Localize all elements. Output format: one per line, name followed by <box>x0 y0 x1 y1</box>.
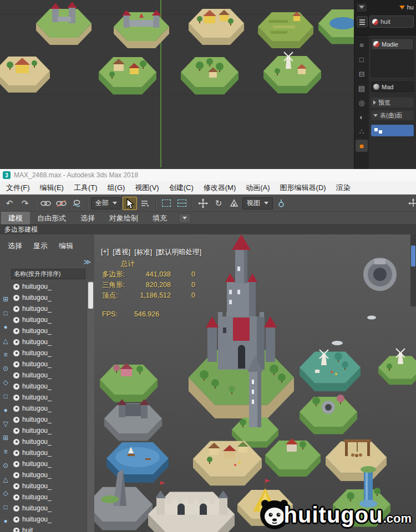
object-list-item[interactable]: huitugou_ <box>11 370 87 381</box>
visibility-eye-icon[interactable] <box>13 417 19 423</box>
explorer-menu-item[interactable]: 编辑 <box>53 241 79 251</box>
explorer-tool-icon[interactable] <box>0 306 11 320</box>
visibility-eye-icon[interactable] <box>13 472 19 478</box>
object-list-item[interactable]: huitugou_ <box>11 392 87 403</box>
explorer-tool-icon[interactable] <box>0 389 11 403</box>
menu-item[interactable]: 工具(T) <box>69 181 103 194</box>
undo-icon[interactable] <box>2 197 17 210</box>
menu-item[interactable]: 创建(C) <box>164 181 199 194</box>
visibility-eye-icon[interactable] <box>13 317 19 323</box>
select-and-move-icon[interactable] <box>196 197 210 210</box>
outliner-filter-icon[interactable] <box>357 3 367 12</box>
particles-props-icon[interactable] <box>356 125 368 137</box>
explorer-tool-icon[interactable] <box>0 417 11 431</box>
explorer-tool-icon[interactable] <box>0 320 11 334</box>
menu-item[interactable]: 视图(V) <box>130 181 164 194</box>
select-object-button[interactable] <box>123 197 137 210</box>
object-list-item[interactable]: huitugou_ <box>11 492 87 503</box>
visibility-eye-icon[interactable] <box>13 295 19 301</box>
visibility-eye-icon[interactable] <box>13 395 19 401</box>
object-list-item[interactable]: huitugou_ <box>11 314 87 325</box>
preview-section-header[interactable]: 预览 <box>371 98 414 108</box>
explorer-tool-icon[interactable] <box>0 431 11 444</box>
visibility-eye-icon[interactable] <box>13 383 19 390</box>
ribbon-tab[interactable]: 选择 <box>73 212 102 224</box>
object-list-item[interactable]: huitugou_ <box>11 381 87 392</box>
object-list-item[interactable]: huit <box>11 525 87 532</box>
output-props-icon[interactable] <box>356 68 368 80</box>
render-props-icon[interactable] <box>356 53 368 65</box>
object-list-item[interactable]: huitugou_ <box>11 458 87 469</box>
object-list-item[interactable]: huitugou_ <box>11 336 87 347</box>
scrollbar-thumb[interactable] <box>411 245 415 267</box>
perspective-viewport[interactable]: [+][透视][标准][默认明暗处理] 总计 多边形: 441,038 0 <box>94 234 416 532</box>
scene-props-icon[interactable] <box>356 96 368 109</box>
object-list-item[interactable]: huitugou_ <box>11 359 87 370</box>
use-nodes-button[interactable] <box>371 125 414 136</box>
object-list-item[interactable]: huitugou_ <box>11 514 87 525</box>
object-list-item[interactable]: huitugou_ <box>11 503 87 514</box>
explorer-scrollbar[interactable] <box>87 281 94 532</box>
object-list-item[interactable]: huitugou_ <box>11 292 87 303</box>
ribbon-tab[interactable]: 对象绘制 <box>102 212 145 224</box>
redo-icon[interactable] <box>18 197 32 210</box>
explorer-tool-icon[interactable] <box>0 334 11 347</box>
visibility-eye-icon[interactable] <box>13 328 19 334</box>
unlink-selection-icon[interactable] <box>54 197 69 210</box>
viewport-label-segment[interactable]: [+] <box>101 248 109 257</box>
object-list-item[interactable]: huitugou_ <box>11 414 87 425</box>
explorer-menu-item[interactable]: 选择 <box>2 241 28 251</box>
explorer-tool-icon[interactable] <box>0 472 11 486</box>
visibility-eye-icon[interactable] <box>13 406 19 412</box>
menu-item[interactable]: 编辑(E) <box>35 181 69 194</box>
select-and-scale-icon[interactable] <box>227 197 241 210</box>
visibility-eye-icon[interactable] <box>13 339 19 345</box>
viewport-label-segment[interactable]: [默认明暗处理] <box>156 248 201 257</box>
select-by-name-icon[interactable] <box>138 197 153 210</box>
visibility-eye-icon[interactable] <box>13 505 19 511</box>
explorer-tool-icon[interactable] <box>0 444 11 458</box>
blender-viewport-scene[interactable] <box>0 0 355 169</box>
material-slot-list[interactable]: Madie <box>371 38 414 77</box>
explorer-tool-icon[interactable] <box>0 375 11 389</box>
visibility-eye-icon[interactable] <box>13 494 19 500</box>
visibility-eye-icon[interactable] <box>13 428 19 434</box>
menu-item[interactable]: 组(G) <box>103 181 130 194</box>
explorer-tool-icon[interactable] <box>0 514 11 528</box>
surface-section-header[interactable]: 表(曲)面 <box>371 110 414 120</box>
object-props-icon[interactable] <box>356 140 368 152</box>
select-and-link-icon[interactable] <box>39 197 53 210</box>
select-and-manipulate-icon[interactable] <box>406 197 416 210</box>
command-panel-scrollbar[interactable] <box>410 234 416 306</box>
material-slot[interactable]: Madie <box>372 39 413 49</box>
visibility-eye-icon[interactable] <box>13 350 19 356</box>
visibility-eye-icon[interactable] <box>13 461 19 467</box>
filter-settings-icon[interactable] <box>357 16 368 27</box>
object-list-item[interactable]: huitugou_ <box>11 281 87 292</box>
object-list-item[interactable]: huitugou_ <box>11 480 87 492</box>
viewport-label-segment[interactable]: [标准] <box>134 248 152 257</box>
explorer-menu-item[interactable]: 显示 <box>28 241 53 251</box>
visibility-eye-icon[interactable] <box>13 306 19 312</box>
visibility-eye-icon[interactable] <box>13 516 19 523</box>
collection-label[interactable]: hu <box>407 4 414 11</box>
explorer-tool-icon[interactable] <box>0 500 11 514</box>
menu-item[interactable]: 动画(A) <box>241 181 275 194</box>
explorer-tool-icon[interactable] <box>0 403 11 417</box>
selection-filter-dropdown[interactable]: 全部 <box>91 197 121 209</box>
window-crossing-icon[interactable] <box>175 197 189 210</box>
active-object-chip[interactable]: huit <box>369 16 414 28</box>
select-and-place-icon[interactable] <box>274 197 288 210</box>
tool-props-icon[interactable] <box>356 39 368 51</box>
visibility-eye-icon[interactable] <box>13 284 19 290</box>
ribbon-tab[interactable]: 自由形式 <box>30 212 73 224</box>
visibility-eye-icon[interactable] <box>13 439 19 445</box>
ribbon-tab[interactable]: 填充 <box>145 212 174 224</box>
object-list-item[interactable]: huitugou_ <box>11 303 87 314</box>
explorer-tool-icon[interactable] <box>0 361 11 375</box>
object-list-item[interactable]: huitugou_ <box>11 403 87 414</box>
visibility-eye-icon[interactable] <box>13 450 19 456</box>
object-list-item[interactable]: huitugou_ <box>11 436 87 447</box>
object-list-item[interactable]: huitugou_ <box>11 425 87 436</box>
ribbon-tab[interactable]: 建模 <box>1 212 30 224</box>
